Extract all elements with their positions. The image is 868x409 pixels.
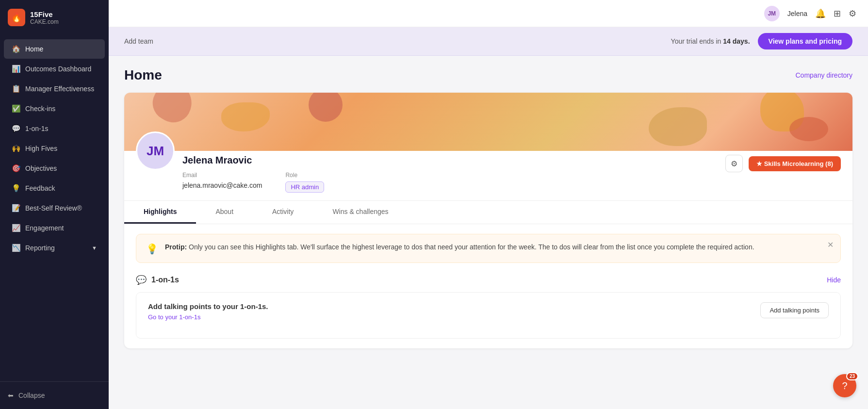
sidebar-item-engagement[interactable]: 📈 Engagement xyxy=(4,218,105,238)
role-field: Role HR admin xyxy=(285,172,324,193)
app-name: 15Five xyxy=(30,10,59,18)
settings-icon[interactable]: ⚙ xyxy=(849,8,856,19)
card-title: Add talking points to your 1-on-1s. xyxy=(148,302,268,311)
skills-microlearning-button[interactable]: ★ Skills Microlearning (8) xyxy=(749,156,841,171)
support-icon: ? xyxy=(842,380,847,392)
tab-about[interactable]: About xyxy=(196,201,253,224)
home-icon: 🏠 xyxy=(12,45,20,53)
sidebar-item-label: Engagement xyxy=(25,224,64,232)
sidebar-item-label: Best-Self Review® xyxy=(25,204,82,212)
sidebar-item-label: Check-ins xyxy=(25,105,55,113)
add-team-link[interactable]: Add team xyxy=(124,37,153,45)
profile-info: JM Jelena Mraovic Email jelena.mraovic@c… xyxy=(124,151,852,200)
collapse-button[interactable]: ⬅ Collapse xyxy=(8,388,101,403)
section-title: 💬 1-on-1s xyxy=(136,275,179,285)
role-value: HR admin xyxy=(285,181,324,193)
sidebar-item-one-on-ones[interactable]: 💬 1-on-1s xyxy=(4,119,105,138)
collapse-label: Collapse xyxy=(18,392,45,399)
username-label: Jelena xyxy=(787,10,807,17)
sidebar-item-label: Manager Effectiveness xyxy=(25,85,94,93)
main-area: JM Jelena 🔔 ⊞ ⚙ Add team Your trial ends… xyxy=(109,0,868,409)
sidebar-item-bestself[interactable]: 📝 Best-Self Review® xyxy=(4,198,105,218)
sidebar-item-label: Reporting xyxy=(25,244,55,252)
one-on-ones-section: 💬 1-on-1s Hide Add talking points to you… xyxy=(136,275,841,339)
one-on-ones-section-icon: 💬 xyxy=(136,275,147,285)
topbar: JM Jelena 🔔 ⊞ ⚙ xyxy=(109,0,868,27)
page-title: Home xyxy=(124,67,162,83)
sidebar-bottom: ⬅ Collapse xyxy=(0,381,109,409)
trial-banner: Add team Your trial ends in 14 days. Vie… xyxy=(109,27,868,56)
sidebar-item-checkins[interactable]: ✅ Check-ins xyxy=(4,99,105,118)
sidebar-item-label: Outcomes Dashboard xyxy=(25,65,91,73)
profile-card: JM Jelena Mraovic Email jelena.mraovic@c… xyxy=(124,93,852,348)
tab-activity[interactable]: Activity xyxy=(253,201,313,224)
protip-banner: 💡 Protip: Only you can see this Highligh… xyxy=(136,234,841,263)
profile-settings-button[interactable]: ⚙ xyxy=(725,155,743,172)
protip-message: Only you can see this Highlights tab. We… xyxy=(189,243,754,251)
profile-actions: ⚙ ★ Skills Microlearning (8) xyxy=(725,151,841,172)
tab-wins[interactable]: Wins & challenges xyxy=(313,201,408,224)
highlights-panel: 💡 Protip: Only you can see this Highligh… xyxy=(124,224,852,348)
sidebar-item-label: 1-on-1s xyxy=(25,125,48,132)
profile-avatar: JM xyxy=(136,131,175,170)
banner-decoration xyxy=(124,93,852,151)
sidebar-item-manager[interactable]: 📋 Manager Effectiveness xyxy=(4,79,105,98)
sidebar-item-objectives[interactable]: 🎯 Objectives xyxy=(4,159,105,178)
sidebar-item-label: Home xyxy=(25,45,43,53)
email-label: Email xyxy=(182,172,262,179)
bestself-icon: 📝 xyxy=(12,204,20,213)
section-header: 💬 1-on-1s Hide xyxy=(136,275,841,285)
add-talking-points-button[interactable]: Add talking points xyxy=(760,302,829,318)
one-on-ones-card: Add talking points to your 1-on-1s. Go t… xyxy=(136,292,841,339)
sidebar-nav: 🏠 Home 📊 Outcomes Dashboard 📋 Manager Ef… xyxy=(0,35,109,381)
highfives-icon: 🙌 xyxy=(12,144,20,153)
sidebar-item-reporting[interactable]: 📉 Reporting ▼ xyxy=(4,238,105,258)
profile-fields: Email jelena.mraovic@cake.com Role HR ad… xyxy=(182,172,725,193)
trial-message: Your trial ends in 14 days. xyxy=(671,37,750,45)
reporting-chevron-icon: ▼ xyxy=(92,245,97,251)
objectives-icon: 🎯 xyxy=(12,164,20,173)
grid-icon[interactable]: ⊞ xyxy=(834,8,841,19)
one-on-ones-icon: 💬 xyxy=(12,124,20,133)
user-avatar[interactable]: JM xyxy=(764,6,780,21)
protip-text: Protip: Only you can see this Highlights… xyxy=(165,242,754,252)
protip-icon: 💡 xyxy=(146,243,158,255)
company-directory-link[interactable]: Company directory xyxy=(796,71,853,79)
content-area: Home Company directory JM Jelena Mraovic xyxy=(109,56,868,409)
page-header: Home Company directory xyxy=(124,67,852,83)
sidebar-item-label: Objectives xyxy=(25,164,57,172)
app-logo-text: 15Five CAKE.com xyxy=(30,10,59,25)
outcomes-icon: 📊 xyxy=(12,65,20,73)
section-title-text: 1-on-1s xyxy=(151,276,179,284)
support-bubble[interactable]: 23 ? xyxy=(833,374,856,397)
support-count: 23 xyxy=(846,372,858,380)
protip-close-button[interactable]: ✕ xyxy=(827,240,834,249)
sidebar-item-home[interactable]: 🏠 Home xyxy=(4,39,105,59)
go-to-one-on-ones-link[interactable]: Go to your 1-on-1s xyxy=(148,313,268,321)
profile-banner xyxy=(124,93,852,151)
sidebar-item-label: High Fives xyxy=(25,145,57,152)
sidebar-item-label: Feedback xyxy=(25,184,55,192)
profile-details: Jelena Mraovic Email jelena.mraovic@cake… xyxy=(182,151,725,193)
profile-name: Jelena Mraovic xyxy=(182,155,725,166)
sidebar-item-feedback[interactable]: 💡 Feedback xyxy=(4,179,105,198)
role-badge: HR admin xyxy=(285,181,324,193)
notification-icon[interactable]: 🔔 xyxy=(815,8,826,19)
email-value: jelena.mraovic@cake.com xyxy=(182,181,262,189)
sidebar: 🔥 15Five CAKE.com 🏠 Home 📊 Outcomes Dash… xyxy=(0,0,109,409)
sidebar-item-outcomes[interactable]: 📊 Outcomes Dashboard xyxy=(4,59,105,79)
reporting-icon: 📉 xyxy=(12,244,20,252)
view-plans-button[interactable]: View plans and pricing xyxy=(758,33,852,49)
hide-section-button[interactable]: Hide xyxy=(827,276,841,284)
app-company: CAKE.com xyxy=(30,18,59,25)
role-label: Role xyxy=(285,172,324,179)
profile-tabs: Highlights About Activity Wins & challen… xyxy=(124,200,852,224)
sidebar-item-highfives[interactable]: 🙌 High Fives xyxy=(4,139,105,158)
feedback-icon: 💡 xyxy=(12,184,20,193)
manager-icon: 📋 xyxy=(12,84,20,93)
collapse-icon: ⬅ xyxy=(8,392,14,399)
checkins-icon: ✅ xyxy=(12,104,20,113)
tab-highlights[interactable]: Highlights xyxy=(124,201,196,224)
sidebar-logo[interactable]: 🔥 15Five CAKE.com xyxy=(0,0,109,35)
email-field: Email jelena.mraovic@cake.com xyxy=(182,172,262,193)
